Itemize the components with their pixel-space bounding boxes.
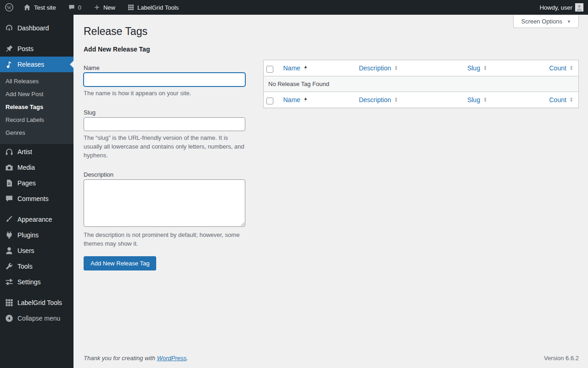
- sort-toggle-icon: ▲▼: [483, 65, 487, 71]
- description-label: Description: [84, 171, 245, 178]
- footer-thanks-suffix: .: [187, 355, 188, 362]
- page-title: Release Tags: [84, 19, 579, 40]
- sidebar-item-label: Appearance: [17, 216, 52, 223]
- comments-icon: [5, 194, 14, 203]
- column-header-slug[interactable]: Slug ▲▼: [467, 64, 487, 72]
- sidebar-item-labelgrid-tools[interactable]: LabelGrid Tools: [0, 295, 74, 310]
- sort-toggle-icon: ▲▼: [394, 97, 398, 103]
- sidebar-item-pages[interactable]: Pages: [0, 175, 74, 191]
- camera-icon: [5, 163, 14, 172]
- footer-version-text: Version 6.6.2: [544, 355, 579, 362]
- table-footer-row: Name ▲▼ Description ▲▼: [264, 92, 579, 108]
- music-note-icon: [5, 60, 14, 69]
- comments-count: 0: [78, 4, 81, 11]
- headphones-icon: [5, 147, 14, 156]
- wrench-icon: [5, 262, 14, 271]
- pages-icon: [5, 178, 14, 188]
- sidebar-item-media[interactable]: Media: [0, 160, 74, 175]
- sidebar-item-users[interactable]: Users: [0, 243, 74, 259]
- sidebar-item-label: Settings: [17, 278, 41, 286]
- column-header-name[interactable]: Name ▲▼: [283, 64, 308, 72]
- new-label: New: [103, 4, 115, 11]
- sidebar-item-settings[interactable]: Settings: [0, 274, 74, 290]
- sidebar-item-label: Collapse menu: [17, 315, 60, 322]
- wordpress-link[interactable]: WordPress: [157, 355, 187, 362]
- sidebar-item-artist[interactable]: Artist: [0, 144, 74, 160]
- column-label: Description: [359, 64, 391, 72]
- footer-thanks-text: Thank you for creating with WordPress.: [84, 355, 188, 362]
- account-menu[interactable]: Howdy, user: [535, 3, 588, 12]
- description-help-text: The description is not prominent by defa…: [84, 230, 245, 248]
- sidebar-item-label: Posts: [17, 45, 34, 52]
- sidebar-item-label: Tools: [17, 263, 33, 270]
- submenu-item-release-tags[interactable]: Release Tags: [0, 101, 74, 114]
- column-footer-count[interactable]: Count ▲▼: [549, 96, 573, 104]
- description-textarea[interactable]: [84, 179, 245, 227]
- admin-bar: W Test site 0 New LabelGrid Tools Howdy,…: [0, 0, 588, 15]
- column-label: Slug: [467, 96, 480, 104]
- collapse-icon: [5, 314, 14, 323]
- current-menu-arrow: [70, 61, 74, 68]
- releases-submenu: All Releases Add New Post Release Tags R…: [0, 72, 74, 144]
- column-header-description[interactable]: Description ▲▼: [359, 64, 398, 72]
- wordpress-logo-icon: W: [5, 3, 14, 12]
- select-all-checkbox[interactable]: [266, 66, 273, 73]
- release-tags-table-wrapper: Name ▲▼ Description ▲▼: [263, 60, 579, 108]
- home-icon: [23, 3, 31, 12]
- sidebar-item-plugins[interactable]: Plugins: [0, 227, 74, 243]
- sidebar-item-comments[interactable]: Comments: [0, 191, 74, 207]
- submenu-item-record-labels[interactable]: Record Labels: [0, 114, 74, 126]
- comments-menu[interactable]: 0: [63, 0, 86, 15]
- collapse-menu-button[interactable]: Collapse menu: [0, 310, 74, 326]
- add-tag-form: Add New Release Tag Name The name is how…: [84, 40, 245, 270]
- column-footer-name[interactable]: Name ▲▼: [283, 96, 308, 104]
- name-input[interactable]: [84, 73, 245, 86]
- select-all-checkbox-footer[interactable]: [266, 98, 273, 104]
- new-content-menu[interactable]: New: [89, 0, 120, 15]
- wordpress-logo-button[interactable]: W: [0, 0, 18, 15]
- sort-toggle-icon: ▲▼: [394, 65, 398, 71]
- chevron-down-icon: ▼: [567, 19, 571, 24]
- sort-toggle-icon: ▲▼: [570, 97, 573, 103]
- grid-icon: [5, 298, 14, 307]
- add-new-release-tag-button[interactable]: Add New Release Tag: [84, 256, 156, 270]
- labelgrid-adminbar-label: LabelGrid Tools: [137, 4, 179, 11]
- svg-text:W: W: [7, 5, 11, 10]
- sidebar-item-label: LabelGrid Tools: [17, 299, 62, 306]
- sidebar-item-label: Artist: [17, 148, 32, 155]
- howdy-text: Howdy, user: [540, 4, 572, 11]
- sort-ascending-icon: ▲▼: [304, 97, 308, 103]
- menu-separator: [0, 207, 74, 212]
- site-name-menu[interactable]: Test site: [18, 0, 61, 15]
- grid-icon: [127, 4, 135, 11]
- sidebar-item-tools[interactable]: Tools: [0, 259, 74, 274]
- column-footer-slug[interactable]: Slug ▲▼: [467, 96, 487, 104]
- submenu-item-add-new-post[interactable]: Add New Post: [0, 88, 74, 101]
- sort-toggle-icon: ▲▼: [483, 97, 487, 103]
- admin-sidebar: Dashboard Posts Releases All Releases Ad…: [0, 15, 74, 368]
- comment-bubble-icon: [68, 4, 75, 11]
- labelgrid-tools-adminbar-menu[interactable]: LabelGrid Tools: [123, 0, 183, 15]
- column-header-count[interactable]: Count ▲▼: [549, 64, 573, 72]
- site-name-label: Test site: [34, 4, 56, 11]
- sidebar-item-posts[interactable]: Posts: [0, 41, 74, 57]
- sidebar-item-label: Plugins: [17, 231, 39, 239]
- submenu-item-all-releases[interactable]: All Releases: [0, 75, 74, 88]
- pushpin-icon: [5, 44, 14, 53]
- sidebar-item-dashboard[interactable]: Dashboard: [0, 20, 74, 36]
- sidebar-item-releases[interactable]: Releases: [0, 57, 74, 72]
- slug-help-text: The “slug” is the URL-friendly version o…: [84, 133, 245, 160]
- column-footer-description[interactable]: Description ▲▼: [359, 96, 398, 104]
- name-label: Name: [84, 64, 245, 71]
- release-tags-table: Name ▲▼ Description ▲▼: [263, 60, 579, 108]
- plugin-icon: [5, 230, 14, 240]
- sidebar-item-appearance[interactable]: Appearance: [0, 212, 74, 227]
- sort-ascending-icon: ▲▼: [304, 65, 308, 71]
- submenu-item-genres[interactable]: Genres: [0, 126, 74, 139]
- sidebar-item-label: Users: [17, 247, 34, 254]
- slug-input[interactable]: [84, 117, 245, 131]
- plus-icon: [93, 4, 101, 11]
- empty-message: No Release Tag Found: [264, 76, 579, 92]
- screen-options-button[interactable]: Screen Options ▼: [513, 15, 579, 28]
- menu-separator: [0, 36, 74, 41]
